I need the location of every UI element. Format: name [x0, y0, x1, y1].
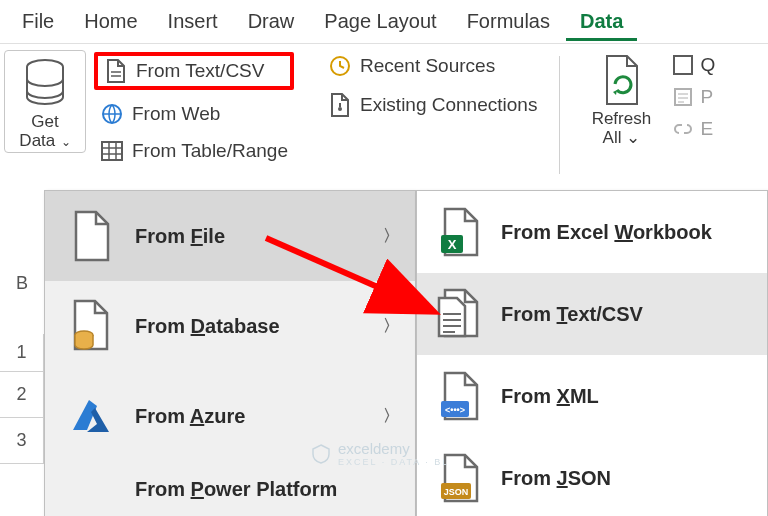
get-data-label: Get Data ⌄	[19, 113, 70, 150]
menu-from-database[interactable]: From Database 〉	[45, 281, 415, 371]
chevron-right-icon: 〉	[383, 406, 399, 427]
power-platform-icon	[67, 469, 115, 509]
tab-formulas[interactable]: Formulas	[453, 2, 564, 41]
svg-rect-6	[675, 89, 691, 105]
menu-from-file-label: From File	[135, 225, 225, 248]
menu-from-power-platform-label: From Power Platform	[135, 478, 337, 501]
edit-links-icon	[672, 118, 694, 140]
queries-column: Q P E	[672, 50, 715, 140]
menu-from-azure[interactable]: From Azure 〉	[45, 371, 415, 461]
from-text-csv-label: From Text/CSV	[136, 60, 264, 82]
submenu-from-xml[interactable]: <•••> From XML	[417, 355, 767, 437]
database-file-icon	[67, 298, 115, 354]
edit-links-label: E	[700, 118, 713, 140]
submenu-csv-label: From Text/CSV	[501, 303, 643, 326]
from-web-label: From Web	[132, 103, 220, 125]
azure-icon	[67, 388, 115, 444]
chevron-right-icon: 〉	[383, 316, 399, 337]
table-icon	[100, 140, 124, 162]
edit-links-button[interactable]: E	[672, 118, 715, 140]
excel-file-icon: X	[437, 206, 483, 258]
ribbon-divider	[559, 56, 560, 174]
xml-file-icon: <•••>	[437, 370, 483, 422]
ribbon-data: Get Data ⌄ From Text/CSV From Web From T…	[0, 44, 768, 190]
svg-text:X: X	[448, 237, 457, 252]
text-csv-icon	[104, 58, 128, 84]
recent-sources-button[interactable]: Recent Sources	[322, 52, 543, 80]
svg-text:JSON: JSON	[444, 487, 469, 497]
menu-from-azure-label: From Azure	[135, 405, 245, 428]
svg-rect-5	[674, 56, 692, 74]
get-transform-column-1: From Text/CSV From Web From Table/Range	[94, 50, 294, 164]
queries-label: Q	[700, 54, 715, 76]
tab-draw[interactable]: Draw	[234, 2, 309, 41]
row-header-2[interactable]: 2	[0, 372, 44, 418]
menu-from-database-label: From Database	[135, 315, 280, 338]
connections-icon	[328, 92, 352, 118]
submenu-from-text-csv[interactable]: From Text/CSV	[417, 273, 767, 355]
properties-button[interactable]: P	[672, 86, 715, 108]
chevron-right-icon: 〉	[383, 226, 399, 247]
row-header-1[interactable]: 1	[0, 334, 44, 372]
ribbon-tabs: File Home Insert Draw Page Layout Formul…	[0, 0, 768, 44]
menu-from-power-platform[interactable]: From Power Platform	[45, 461, 415, 516]
refresh-all-button[interactable]: Refresh All ⌄	[576, 50, 666, 147]
chevron-down-icon: ⌄	[57, 135, 70, 149]
menu-from-file[interactable]: From File 〉	[45, 191, 415, 281]
refresh-icon	[597, 52, 645, 108]
get-data-menu: From File 〉 From Database 〉 From Azure 〉…	[44, 190, 416, 516]
tab-data[interactable]: Data	[566, 2, 637, 41]
tab-home[interactable]: Home	[70, 2, 151, 41]
row-headers: 1 2 3	[0, 330, 44, 464]
database-cylinder-icon	[23, 57, 67, 111]
from-text-csv-button[interactable]: From Text/CSV	[94, 52, 294, 90]
file-icon	[67, 208, 115, 264]
from-table-range-label: From Table/Range	[132, 140, 288, 162]
recent-sources-label: Recent Sources	[360, 55, 495, 77]
from-table-range-button[interactable]: From Table/Range	[94, 138, 294, 164]
get-data-button[interactable]: Get Data ⌄	[4, 50, 86, 153]
json-file-icon: JSON	[437, 452, 483, 504]
refresh-all-label: Refresh All ⌄	[592, 110, 652, 147]
submenu-xml-label: From XML	[501, 385, 599, 408]
properties-label: P	[700, 86, 713, 108]
clock-icon	[328, 54, 352, 78]
row-header-3[interactable]: 3	[0, 418, 44, 464]
from-web-button[interactable]: From Web	[94, 100, 294, 128]
submenu-json-label: From JSON	[501, 467, 611, 490]
submenu-from-excel-workbook[interactable]: X From Excel Workbook	[417, 191, 767, 273]
existing-connections-button[interactable]: Existing Connections	[322, 90, 543, 120]
globe-icon	[100, 102, 124, 126]
svg-text:<•••>: <•••>	[445, 405, 465, 415]
existing-connections-label: Existing Connections	[360, 94, 537, 116]
queries-connections-button[interactable]: Q	[672, 54, 715, 76]
svg-point-4	[338, 107, 342, 111]
chevron-down-icon: ⌄	[621, 128, 640, 147]
properties-icon	[672, 86, 694, 108]
text-csv-file-icon	[437, 288, 483, 340]
queries-icon	[672, 54, 694, 76]
tab-file[interactable]: File	[8, 2, 68, 41]
svg-rect-2	[102, 142, 122, 160]
tab-insert[interactable]: Insert	[154, 2, 232, 41]
from-file-submenu: X From Excel Workbook From Text/CSV <•••…	[416, 190, 768, 516]
get-transform-column-2: Recent Sources Existing Connections	[322, 50, 543, 120]
tab-pagelayout[interactable]: Page Layout	[310, 2, 450, 41]
formula-bar-cell-ref: B	[16, 273, 28, 294]
submenu-excel-label: From Excel Workbook	[501, 221, 712, 244]
submenu-from-json[interactable]: JSON From JSON	[417, 437, 767, 516]
